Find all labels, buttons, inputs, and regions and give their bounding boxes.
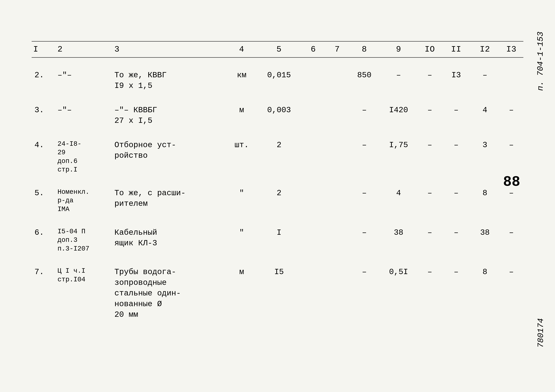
spacer-row	[32, 57, 523, 67]
row-2-col11: I3	[442, 67, 470, 94]
row-3-desc: –"– КВВБГ27 x I,5	[111, 102, 226, 129]
row-6-col11: –	[442, 224, 470, 256]
row-7-num: 7.	[32, 264, 55, 323]
row-6-unit: "	[226, 224, 257, 256]
header-col-7: 7	[325, 41, 349, 57]
header-col-4: 4	[226, 41, 257, 57]
row-4-ref: 24-I8-29доп.6стр.I	[55, 137, 111, 177]
row-5-qty: 2	[257, 185, 301, 217]
row-3-col8: –	[349, 102, 380, 129]
row-2-col7	[325, 67, 349, 94]
header-col-5: 5	[257, 41, 301, 57]
row-2-desc: То же, КВВГI9 x 1,5	[111, 67, 226, 94]
spacer-row	[32, 129, 523, 137]
row-6-col8: –	[349, 224, 380, 256]
row-2-col8: 850	[349, 67, 380, 94]
row-3-num: 3.	[32, 102, 55, 129]
row-5-col12: 8	[470, 185, 499, 217]
row-7-qty: I5	[257, 264, 301, 323]
row-7-unit: м	[226, 264, 257, 323]
row-5-ref: Номенкл.р-даIМА	[55, 185, 111, 217]
row-7-ref: Ц I ч.Iстр.I04	[55, 264, 111, 323]
table-row: 5. Номенкл.р-даIМА То же, с расши-рителе…	[32, 185, 523, 217]
row-2-col6	[301, 67, 325, 94]
table-row: 7. Ц I ч.Iстр.I04 Трубы водога-зопроводн…	[32, 264, 523, 323]
row-2-ref: –"–	[55, 67, 111, 94]
header-col-13: I3	[499, 41, 523, 57]
side-code-top: п. 704-1-153	[536, 32, 546, 91]
row-7-col13: –	[499, 264, 523, 323]
header-col-1: I	[32, 41, 55, 57]
row-5-col11: –	[442, 185, 470, 217]
row-6-desc: Кабельныйящик КЛ-3	[111, 224, 226, 256]
header-col-6: 6	[301, 41, 325, 57]
spacer-row	[32, 177, 523, 185]
row-3-unit: м	[226, 102, 257, 129]
row-3-col9: I420	[380, 102, 418, 129]
row-4-num: 4.	[32, 137, 55, 177]
row-4-qty: 2	[257, 137, 301, 177]
row-2-col10: –	[418, 67, 442, 94]
header-col-3: 3	[111, 41, 226, 57]
row-7-col9: 0,5I	[380, 264, 418, 323]
spacer-row	[32, 94, 523, 102]
row-3-col6	[301, 102, 325, 129]
row-6-col7	[325, 224, 349, 256]
header-row: I 2 3 4 5 6 7 8 9 IO II I2 I3	[32, 41, 523, 57]
row-7-col12: 8	[470, 264, 499, 323]
row-4-col10: –	[418, 137, 442, 177]
row-6-col10: –	[418, 224, 442, 256]
table-row: 2. –"– То же, КВВГI9 x 1,5 км 0,015 850 …	[32, 67, 523, 94]
row-5-unit: "	[226, 185, 257, 217]
row-4-unit: шт.	[226, 137, 257, 177]
row-5-desc: То же, с расши-рителем	[111, 185, 226, 217]
row-2-col9: –	[380, 67, 418, 94]
row-3-col10: –	[418, 102, 442, 129]
row-3-ref: –"–	[55, 102, 111, 129]
row-3-qty: 0,003	[257, 102, 301, 129]
row-5-col9: 4	[380, 185, 418, 217]
row-3-col7	[325, 102, 349, 129]
row-7-col10: –	[418, 264, 442, 323]
spacer-row	[32, 256, 523, 264]
row-7-col6	[301, 264, 325, 323]
row-4-col12: 3	[470, 137, 499, 177]
row-4-col7	[325, 137, 349, 177]
row-4-col9: I,75	[380, 137, 418, 177]
row-4-desc: Отборное уст-ройство	[111, 137, 226, 177]
header-col-2: 2	[55, 41, 111, 57]
row-7-col11: –	[442, 264, 470, 323]
row-2-unit: км	[226, 67, 257, 94]
row-6-col6	[301, 224, 325, 256]
header-col-12: I2	[470, 41, 499, 57]
main-table-container: I 2 3 4 5 6 7 8 9 IO II I2 I3	[32, 41, 523, 323]
row-4-col13: –	[499, 137, 523, 177]
side-code-bottom: 780174	[536, 318, 546, 348]
header-col-8: 8	[349, 41, 380, 57]
row-6-ref: I5-04 Пдоп.3п.3-I207	[55, 224, 111, 256]
row-5-col13: –	[499, 185, 523, 217]
page: п. 704-1-153 88 780174 I 2 3 4 5 6 7 8 9…	[0, 0, 555, 392]
row-6-col9: 38	[380, 224, 418, 256]
row-2-qty: 0,015	[257, 67, 301, 94]
header-col-9: 9	[380, 41, 418, 57]
row-5-col6	[301, 185, 325, 217]
row-5-col8: –	[349, 185, 380, 217]
header-col-11: II	[442, 41, 470, 57]
row-5-col10: –	[418, 185, 442, 217]
row-6-qty: I	[257, 224, 301, 256]
spacer-row	[32, 217, 523, 224]
row-3-col11: –	[442, 102, 470, 129]
table-row: 3. –"– –"– КВВБГ27 x I,5 м 0,003 – I420 …	[32, 102, 523, 129]
row-2-col12: –	[470, 67, 499, 94]
header-col-10: IO	[418, 41, 442, 57]
row-3-col13: –	[499, 102, 523, 129]
row-4-col6	[301, 137, 325, 177]
row-6-col12: 38	[470, 224, 499, 256]
row-5-num: 5.	[32, 185, 55, 217]
table-row: 6. I5-04 Пдоп.3п.3-I207 Кабельныйящик КЛ…	[32, 224, 523, 256]
row-2-col13	[499, 67, 523, 94]
row-7-col8: –	[349, 264, 380, 323]
main-table: I 2 3 4 5 6 7 8 9 IO II I2 I3	[32, 41, 523, 323]
row-5-col7	[325, 185, 349, 217]
